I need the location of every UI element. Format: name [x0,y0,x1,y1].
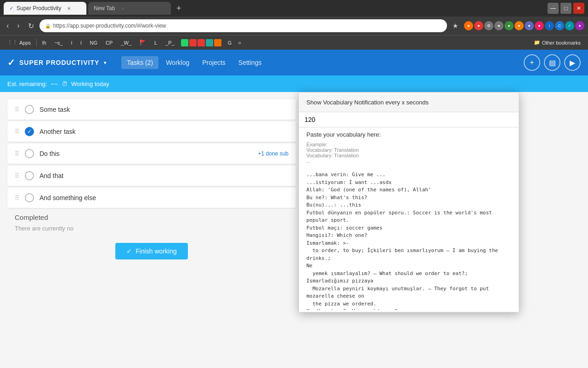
completed-section: Completed There are currently no [7,213,296,232]
drag-handle-icon: ⠿ [15,128,19,135]
bookmark-s[interactable]: ~s_ [51,39,67,46]
ext-icon-2: ● [474,21,483,30]
vocab-popup-title: Show Vocabulary Notification every x sec… [306,99,429,106]
vocab-example: Example: Vocabulary: Translation Vocabul… [299,140,519,167]
main-nav: Tasks (2) Worklog Projects Settings [121,56,267,69]
bookmark-l2[interactable]: l [77,39,85,46]
task-text: Some task [40,106,70,113]
app-header: ✓ SUPER PRODUCTIVITY ▾ Tasks (2) Worklog… [0,50,588,75]
drag-handle-icon: ⠿ [15,106,19,113]
est-remaining-label: Est. remaining: [7,80,47,87]
vocab-popup-header: Show Vocabulary Notification every x sec… [299,92,519,112]
icon-red [189,39,197,46]
bookmark-extra1[interactable]: 🚩 [136,39,150,46]
bookmark-apps[interactable]: ⋮⋮ Apps [4,39,34,46]
secure-icon: 🔒 [45,23,51,29]
no-tasks-message: There are currently no [15,225,288,232]
nav-tasks[interactable]: Tasks (2) [121,56,158,69]
task-text: Do this [40,150,60,157]
tab-close-btn[interactable]: ✕ [66,5,72,12]
task-item[interactable]: ⠿ And something else [7,188,296,208]
new-tab-button[interactable]: + [173,4,185,13]
example-line2: Vocabulary: Translation [306,153,511,158]
tab-bar: ✓ Super Productivity ✕ New Tab ✕ + — □ ✕ [0,0,588,17]
logo-check-icon: ✓ [7,57,16,68]
example-line1: Vocabulary: Translation [306,147,511,153]
browser-chrome: ✓ Super Productivity ✕ New Tab ✕ + — □ ✕… [0,0,588,50]
inactive-tab[interactable]: New Tab ✕ [88,2,171,15]
example-ellipsis: ... [306,158,511,164]
ext-icon-4: ● [494,21,503,30]
apps-icon: ⋮⋮ [7,40,17,46]
back-button[interactable]: ‹ [4,20,11,32]
url-text: https://app.super-productivity.com/#/wor… [53,23,166,29]
app-title-text: SUPER PRODUCTIVITY [19,59,99,66]
active-tab[interactable]: ✓ Super Productivity ✕ [4,2,86,15]
reload-button[interactable]: ↻ [25,20,37,32]
task-list: ⠿ Some task ⠿ ✓ Another task ⠿ Do this +… [0,92,303,368]
bookmark-cp[interactable]: CP [102,39,116,46]
title-dropdown-arrow: ▾ [104,60,107,65]
bookmarks-bar: ⋮⋮ Apps lh ~s_ l l NG CP _W_ 🚩 L _P_ G »… [0,35,588,50]
task-item[interactable]: ⠿ Do this +1 done sub [7,144,296,164]
ext-icon-10: C [555,21,564,30]
nav-projects[interactable]: Projects [197,56,231,69]
forward-button[interactable]: › [14,20,22,32]
bookmark-g[interactable]: G [224,39,236,46]
icon-teal [206,39,213,46]
vocab-interval-input[interactable] [299,112,519,127]
task-checkbox-done[interactable]: ✓ [25,127,34,136]
ext-icon-11: ✓ [565,21,574,30]
main-content: ⠿ Some task ⠿ ✓ Another task ⠿ Do this +… [0,92,588,368]
bookmark-p[interactable]: _P_ [162,39,178,46]
task-item[interactable]: ⠿ Some task [7,99,296,120]
tab-close-inactive-btn[interactable]: ✕ [119,5,126,12]
completed-title: Completed [15,213,288,221]
task-checkbox[interactable] [25,105,34,114]
close-button[interactable]: ✕ [573,3,584,14]
bookmark-l3[interactable]: L [151,39,161,46]
task-text: Another task [40,128,76,135]
bookmark-apps-label: Apps [19,40,31,46]
nav-settings[interactable]: Settings [233,56,267,69]
play-button[interactable]: ▶ [564,54,581,71]
task-text: And that [40,172,63,179]
task-checkbox[interactable] [25,149,34,158]
app-container: ✓ SUPER PRODUCTIVITY ▾ Tasks (2) Worklog… [0,50,588,368]
file-button[interactable]: ▤ [544,54,560,71]
active-tab-label: Super Productivity [17,5,61,12]
ext-icon-8: ● [535,21,544,30]
working-today-label: Working today [71,80,109,87]
add-task-button[interactable]: + [524,54,540,71]
bookmark-lh[interactable]: lh [39,39,50,46]
folder-icon: 📁 [534,40,540,46]
bookmark-button[interactable]: ★ [450,22,461,29]
url-bar[interactable]: 🔒 https://app.super-productivity.com/#/w… [40,19,447,32]
icon-orange [214,39,221,46]
finish-working-button[interactable]: ✓ Finish working [115,243,187,259]
inactive-tab-label: New Tab [94,5,115,12]
minimize-button[interactable]: — [548,3,559,14]
timer-icon: ⏱ [62,80,68,87]
maximize-button[interactable]: □ [560,3,571,14]
other-bookmarks-label: Other bookmarks [542,40,581,46]
task-checkbox[interactable] [25,193,34,202]
app-logo: ✓ SUPER PRODUCTIVITY ▾ [7,57,107,68]
icon-red2 [198,39,205,46]
vocab-content-textarea[interactable] [299,167,519,310]
nav-worklog[interactable]: Worklog [160,56,195,69]
bookmark-l[interactable]: l [68,39,76,46]
drag-handle-icon: ⠿ [15,150,19,157]
bookmark-ng[interactable]: NG [86,39,102,46]
other-bookmarks-button[interactable]: 📁 Other bookmarks [530,39,584,46]
task-item[interactable]: ⠿ ✓ Another task [7,121,296,142]
sub-task-info: +1 done sub [258,150,288,157]
window-controls: — □ ✕ [548,3,584,14]
finish-section: ✓ Finish working [7,243,296,259]
ext-icon-3: ⚙ [484,21,493,30]
bookmark-w[interactable]: _W_ [117,39,135,46]
task-item[interactable]: ⠿ And that [7,166,296,186]
finish-check-icon: ✓ [126,247,132,255]
task-checkbox[interactable] [25,171,34,180]
ext-icon-6: ● [514,21,524,30]
